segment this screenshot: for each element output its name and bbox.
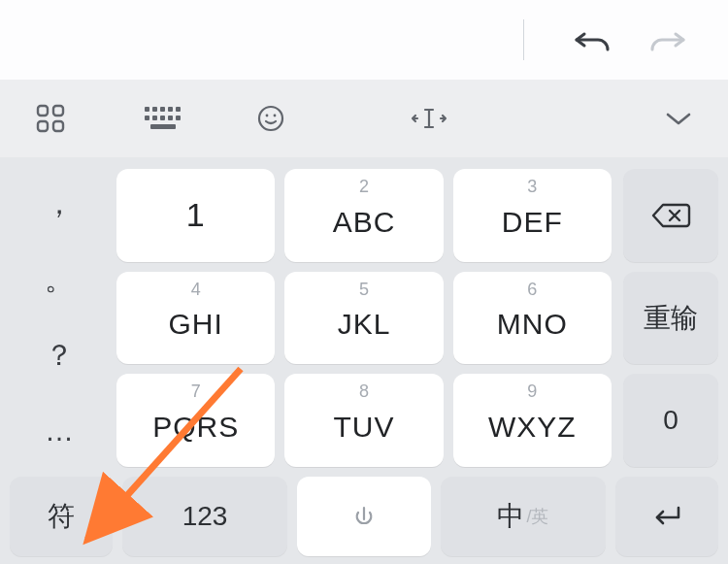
key-main: ABC [333, 206, 396, 239]
retype-key[interactable]: 重输 [623, 272, 718, 365]
svg-point-16 [266, 115, 269, 117]
letter-grid: 1 2 ABC 3 DEF 4 GHI 5 JKL 6 MNO 7 PQRS 8… [111, 165, 617, 471]
key-jkl[interactable]: 5 JKL [284, 272, 443, 365]
apps-icon[interactable] [35, 103, 66, 134]
key-hint: 2 [359, 177, 369, 197]
language-toggle-key[interactable]: 中/英 [441, 477, 606, 556]
key-1[interactable]: 1 [116, 169, 275, 262]
undo-button[interactable] [571, 18, 613, 61]
key-main: WXYZ [488, 411, 577, 444]
svg-rect-14 [150, 124, 176, 129]
svg-rect-6 [160, 107, 165, 112]
punct-ellipsis[interactable]: … [10, 393, 109, 469]
key-main: MNO [497, 308, 568, 341]
cursor-move-icon[interactable] [410, 104, 448, 133]
punct-question[interactable]: ？ [10, 318, 109, 394]
backspace-key[interactable] [623, 169, 718, 262]
key-hint: 6 [527, 280, 537, 300]
key-wxyz[interactable]: 9 WXYZ [453, 374, 612, 467]
numeric-key[interactable]: 123 [122, 477, 287, 556]
keyboard-layout-icon[interactable] [144, 105, 182, 132]
key-mno[interactable]: 6 MNO [453, 272, 612, 365]
suggestion-bar [0, 0, 728, 80]
key-main: PQRS [152, 411, 239, 444]
key-area: ， 。 ？ … 1 2 ABC 3 DEF 4 GHI 5 JKL 6 MNO … [0, 157, 728, 564]
key-hint: 7 [191, 382, 201, 402]
key-hint: 5 [359, 280, 369, 300]
svg-rect-8 [176, 107, 181, 112]
svg-rect-2 [38, 121, 48, 131]
key-hint: 8 [359, 382, 369, 402]
key-main: JKL [338, 308, 391, 341]
key-hint: 4 [191, 280, 201, 300]
lang-secondary: /英 [526, 505, 548, 528]
bottom-row: 符 123 中/英 [8, 471, 720, 556]
svg-rect-3 [53, 121, 63, 131]
toolbar [0, 80, 728, 157]
key-main: GHI [168, 308, 222, 341]
svg-rect-12 [168, 116, 173, 120]
key-def[interactable]: 3 DEF [453, 169, 612, 262]
svg-rect-7 [168, 107, 173, 112]
function-column: 重输 0 [617, 165, 720, 471]
key-hint: 3 [527, 177, 537, 197]
key-hint: 9 [527, 382, 537, 402]
enter-key[interactable] [615, 477, 718, 556]
lang-primary: 中 [497, 498, 524, 535]
punctuation-column: ， 。 ？ … [8, 165, 111, 471]
svg-rect-11 [160, 116, 165, 120]
svg-point-17 [274, 115, 277, 117]
separator [523, 19, 524, 60]
punct-comma[interactable]: ， [10, 167, 109, 243]
zero-key[interactable]: 0 [623, 374, 718, 467]
space-key[interactable] [297, 477, 431, 556]
svg-rect-1 [53, 106, 63, 116]
key-main: TUV [333, 411, 394, 444]
key-main: DEF [502, 206, 563, 239]
key-tuv[interactable]: 8 TUV [284, 374, 443, 467]
svg-rect-0 [38, 106, 48, 116]
key-ghi[interactable]: 4 GHI [116, 272, 275, 365]
emoji-icon[interactable] [256, 104, 285, 133]
symbols-key[interactable]: 符 [10, 477, 113, 556]
punct-period[interactable]: 。 [10, 243, 109, 318]
key-abc[interactable]: 2 ABC [284, 169, 443, 262]
collapse-keyboard-icon[interactable] [664, 109, 693, 128]
svg-rect-13 [176, 116, 181, 120]
key-pqrs[interactable]: 7 PQRS [116, 374, 275, 467]
svg-rect-9 [145, 116, 149, 120]
redo-button[interactable] [646, 18, 689, 61]
key-main: 1 [186, 196, 206, 234]
svg-point-15 [259, 107, 282, 130]
svg-rect-5 [152, 107, 157, 112]
svg-rect-4 [145, 107, 149, 112]
svg-rect-10 [152, 116, 157, 120]
